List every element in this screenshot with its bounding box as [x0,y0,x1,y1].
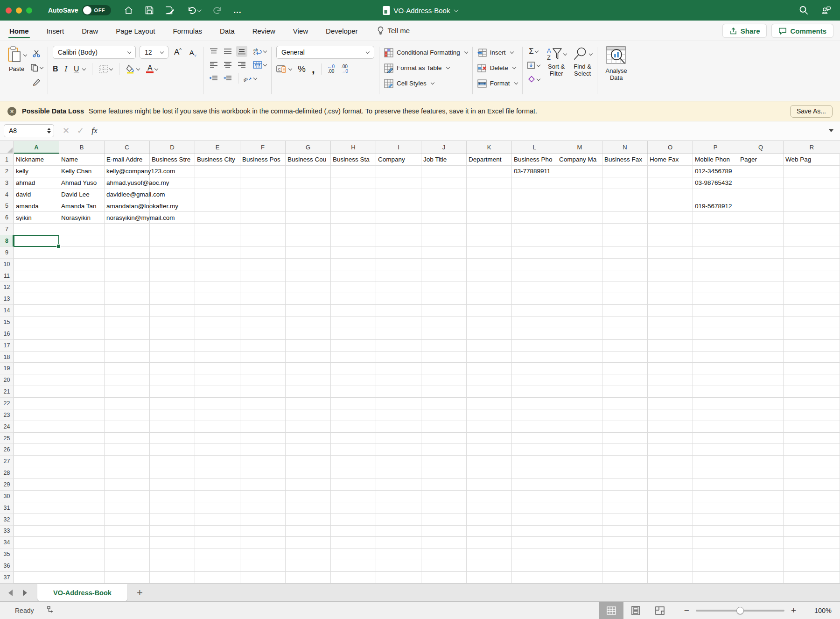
cell-O36[interactable] [648,560,693,572]
cell-R27[interactable] [784,456,840,467]
cell-L30[interactable] [512,491,557,502]
cell-I25[interactable] [376,433,421,444]
save-as-icon[interactable] [164,5,175,16]
cell-P24[interactable] [693,421,738,433]
cell-N12[interactable] [602,281,648,293]
cell-A9[interactable] [14,247,59,259]
cell-E5[interactable] [195,200,240,212]
cell-Q10[interactable] [738,259,784,270]
cell-P14[interactable] [693,305,738,317]
cell-M17[interactable] [557,340,602,352]
row-header-33[interactable]: 33 [0,526,14,537]
cell-N19[interactable] [602,363,648,374]
cell-Q21[interactable] [738,386,784,398]
cell-P19[interactable] [693,363,738,374]
cell-I4[interactable] [376,189,421,201]
cell-L20[interactable] [512,374,557,386]
cell-L37[interactable] [512,572,557,584]
cell-O2[interactable] [648,166,693,177]
cell-D26[interactable] [150,444,195,456]
cell-A34[interactable] [14,537,59,549]
tab-insert[interactable]: Insert [46,22,65,39]
cell-B25[interactable] [59,433,105,444]
cell-N1[interactable]: Business Fax [602,154,648,166]
increase-decimal-button[interactable]: ←0.00 [328,64,335,74]
cell-K5[interactable] [467,200,512,212]
bold-button[interactable]: B [53,65,58,73]
cell-H1[interactable]: Business Sta [331,154,376,166]
cell-A35[interactable] [14,549,59,560]
save-icon[interactable] [144,5,155,16]
cell-N11[interactable] [602,270,648,282]
column-header-J[interactable]: J [421,141,467,154]
cell-J29[interactable] [421,479,467,491]
cell-B5[interactable]: Amanda Tan [59,200,105,212]
cell-Q33[interactable] [738,526,784,537]
cell-I8[interactable] [376,235,421,247]
cell-R36[interactable] [784,560,840,572]
cell-E8[interactable] [195,235,240,247]
font-name-select[interactable]: Calibri (Body) [53,46,136,59]
cell-F25[interactable] [240,433,286,444]
cell-B21[interactable] [59,386,105,398]
row-header-19[interactable]: 19 [0,363,14,374]
cell-G10[interactable] [286,259,331,270]
cell-G9[interactable] [286,247,331,259]
cell-M11[interactable] [557,270,602,282]
cell-J28[interactable] [421,467,467,479]
cell-O1[interactable]: Home Fax [648,154,693,166]
cell-D13[interactable] [150,293,195,305]
cell-R32[interactable] [784,514,840,526]
cell-L17[interactable] [512,340,557,352]
cell-I15[interactable] [376,317,421,328]
cell-F28[interactable] [240,467,286,479]
cell-N21[interactable] [602,386,648,398]
cell-E23[interactable] [195,409,240,421]
cell-M6[interactable] [557,212,602,224]
column-header-A[interactable]: A [14,141,59,154]
cell-E1[interactable]: Business City [195,154,240,166]
cell-H22[interactable] [331,398,376,409]
cell-K7[interactable] [467,224,512,235]
cell-F5[interactable] [240,200,286,212]
format-painter-button[interactable] [30,77,43,88]
cell-A23[interactable] [14,409,59,421]
cell-I27[interactable] [376,456,421,467]
cell-G18[interactable] [286,352,331,363]
cell-D37[interactable] [150,572,195,584]
name-box[interactable]: A8 [4,124,54,137]
cell-J19[interactable] [421,363,467,374]
cell-H32[interactable] [331,514,376,526]
cell-G14[interactable] [286,305,331,317]
cell-I7[interactable] [376,224,421,235]
prev-sheet-icon[interactable] [8,590,13,596]
cell-E6[interactable] [195,212,240,224]
row-header-9[interactable]: 9 [0,247,14,259]
cell-Q6[interactable] [738,212,784,224]
cell-B8[interactable] [59,235,105,247]
cell-N4[interactable] [602,189,648,201]
cell-E25[interactable] [195,433,240,444]
italic-button[interactable]: I [65,65,67,73]
cell-L10[interactable] [512,259,557,270]
cell-Q12[interactable] [738,281,784,293]
cell-M24[interactable] [557,421,602,433]
cell-G35[interactable] [286,549,331,560]
cell-N25[interactable] [602,433,648,444]
cell-I5[interactable] [376,200,421,212]
cell-K11[interactable] [467,270,512,282]
cell-L8[interactable] [512,235,557,247]
cell-O9[interactable] [648,247,693,259]
cell-L35[interactable] [512,549,557,560]
cell-H37[interactable] [331,572,376,584]
cell-M32[interactable] [557,514,602,526]
cell-G22[interactable] [286,398,331,409]
cell-E33[interactable] [195,526,240,537]
cell-J20[interactable] [421,374,467,386]
cell-E17[interactable] [195,340,240,352]
cell-O8[interactable] [648,235,693,247]
cell-L23[interactable] [512,409,557,421]
cell-C6[interactable]: norasyikin@mymail.com [105,212,150,224]
cell-R19[interactable] [784,363,840,374]
macro-record-icon[interactable] [46,606,54,615]
